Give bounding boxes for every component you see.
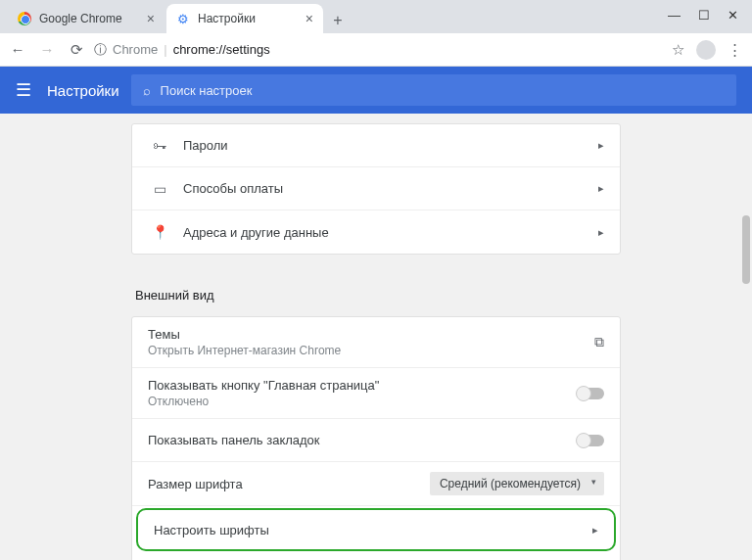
toolbar: ← → ⟳ ⓘ Chrome | chrome://settings ☆ ⋮ [0,33,752,67]
close-window-button[interactable]: ✕ [728,8,738,23]
url-separator: | [164,42,166,57]
themes-row[interactable]: Темы Открыть Интернет-магазин Chrome ⧉ [132,317,620,368]
row-label: Темы [148,327,594,342]
bookmarks-bar-toggle[interactable] [577,435,604,446]
home-button-row[interactable]: Показывать кнопку "Главная страница" Отк… [132,368,620,419]
settings-app-bar: ☰ Настройки ⌕ Поиск настроек [0,67,752,114]
addresses-row[interactable]: 📍 Адреса и другие данные ▸ [132,210,620,254]
chevron-right-icon: ▸ [598,182,604,195]
minimize-button[interactable]: — [668,8,681,23]
maximize-button[interactable]: ☐ [698,8,710,23]
toolbar-right: ☆ ⋮ [672,40,742,60]
font-size-select[interactable]: Средний (рекомендуется) [430,472,604,495]
tab-title: Настройки [198,12,256,25]
row-sublabel: Открыть Интернет-магазин Chrome [148,344,594,357]
autofill-card: 🗝 Пароли ▸ ▭ Способы оплаты ▸ 📍 Адреса и… [131,123,621,255]
appearance-header: Внешний вид [131,274,621,316]
bookmark-star-icon[interactable]: ☆ [672,41,684,59]
profile-avatar[interactable] [696,40,716,60]
page-zoom-row: Масштабирование страницы 100% [132,553,620,560]
chevron-right-icon: ▸ [592,524,598,537]
home-button-toggle[interactable] [577,388,604,399]
menu-button[interactable]: ⋮ [728,41,742,59]
tab-google-chrome[interactable]: Google Chrome × [8,4,164,33]
payment-methods-row[interactable]: ▭ Способы оплаты ▸ [132,167,620,210]
search-settings-input[interactable]: ⌕ Поиск настроек [131,74,736,106]
row-sublabel: Отключено [148,395,577,408]
search-placeholder: Поиск настроек [161,83,253,98]
close-tab-icon[interactable]: × [306,11,313,26]
reload-button[interactable]: ⟳ [69,41,84,59]
key-icon: 🗝 [148,138,171,154]
passwords-row[interactable]: 🗝 Пароли ▸ [132,124,620,167]
nav-buttons: ← → ⟳ [10,41,84,59]
site-info-icon[interactable]: ⓘ [94,41,107,59]
page-title: Настройки [47,82,119,99]
close-tab-icon[interactable]: × [147,11,155,26]
row-label: Способы оплаты [183,181,598,196]
row-label: Адреса и другие данные [183,225,598,240]
new-tab-button[interactable]: + [325,8,351,33]
back-button[interactable]: ← [10,41,25,59]
url-text: chrome://settings [173,42,270,57]
hamburger-menu-button[interactable]: ☰ [0,79,47,101]
chevron-right-icon: ▸ [598,139,604,152]
tab-strip: Google Chrome × ⚙ Настройки × + [0,0,752,33]
search-icon: ⌕ [143,83,151,98]
chevron-right-icon: ▸ [598,226,604,239]
window-controls: — ☐ ✕ [654,0,752,29]
tab-title: Google Chrome [39,12,122,25]
url-scheme: Chrome [113,42,158,57]
font-size-row: Размер шрифта Средний (рекомендуется) [132,462,620,506]
scrollbar-thumb[interactable] [742,215,750,284]
row-label: Настроить шрифты [154,523,592,537]
appearance-card: Темы Открыть Интернет-магазин Chrome ⧉ П… [131,316,621,560]
row-label: Показывать кнопку "Главная страница" [148,378,577,393]
tab-settings[interactable]: ⚙ Настройки × [166,4,323,33]
row-label: Пароли [183,138,598,153]
row-label: Показывать панель закладок [148,433,577,447]
location-icon: 📍 [148,224,171,240]
external-link-icon: ⧉ [594,334,604,350]
forward-button[interactable]: → [39,41,55,59]
bookmarks-bar-row[interactable]: Показывать панель закладок [132,419,620,462]
address-bar[interactable]: ⓘ Chrome | chrome://settings [94,41,662,59]
row-label: Размер шрифта [148,477,430,491]
credit-card-icon: ▭ [148,181,171,197]
customize-fonts-row[interactable]: Настроить шрифты ▸ [136,508,616,551]
chrome-icon [18,12,31,25]
settings-content[interactable]: 🗝 Пароли ▸ ▭ Способы оплаты ▸ 📍 Адреса и… [0,114,752,560]
gear-icon: ⚙ [176,12,190,25]
